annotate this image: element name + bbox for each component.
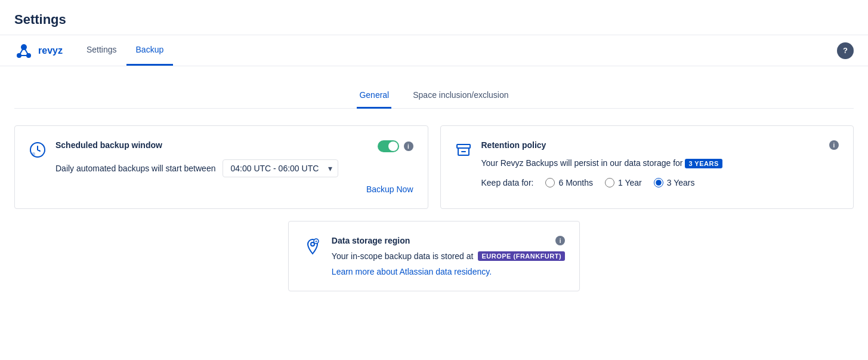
storage-region-badge: EUROPE (FRANKFURT): [478, 251, 565, 261]
storage-title-row: Data storage region i: [332, 236, 565, 245]
option-1year[interactable]: 1 Year: [605, 178, 642, 187]
time-select[interactable]: 04:00 UTC - 06:00 UTC 06:00 UTC - 08:00 …: [223, 159, 338, 177]
backup-window-controls: i: [378, 140, 413, 152]
radio-6months[interactable]: [545, 178, 555, 187]
backup-toggle[interactable]: [378, 140, 399, 152]
tab-general[interactable]: General: [357, 85, 391, 109]
logo-text: revyz: [38, 45, 63, 56]
storage-description: Your in-scope backup data is stored at E…: [332, 251, 565, 261]
nav-settings[interactable]: Settings: [77, 35, 126, 66]
svg-point-11: [311, 242, 314, 246]
learn-more-link[interactable]: Learn more about Atlassian data residenc…: [332, 267, 492, 276]
main-content: General Space inclusion/exclusion Schedu…: [0, 66, 868, 310]
schedule-row: Daily automated backups will start betwe…: [55, 159, 413, 177]
option-1year-label: 1 Year: [618, 178, 642, 187]
storage-body: Data storage region i Your in-scope back…: [332, 236, 565, 276]
backup-window-body: Scheduled backup window i Daily automate…: [55, 140, 413, 194]
logo-area[interactable]: revyz: [14, 41, 63, 60]
retention-title: Retention policy: [481, 140, 546, 150]
location-pin-icon: +: [303, 237, 322, 276]
retention-description-prefix: Your Revyz Backups will persist in our d…: [481, 158, 683, 168]
backup-now-link[interactable]: Backup Now: [55, 184, 413, 194]
storage-card-inner: + Data storage region i Your in-scope ba…: [303, 236, 565, 276]
retention-badge: 3 YEARS: [685, 159, 722, 168]
backup-window-info-icon[interactable]: i: [404, 141, 413, 151]
option-6months[interactable]: 6 Months: [545, 178, 593, 187]
data-storage-card: + Data storage region i Your in-scope ba…: [288, 221, 580, 291]
data-storage-wrapper: + Data storage region i Your in-scope ba…: [14, 221, 854, 291]
svg-text:+: +: [315, 239, 317, 244]
svg-point-7: [32, 152, 35, 156]
retention-title-row: Retention policy i: [481, 140, 839, 150]
option-3years-label: 3 Years: [667, 178, 695, 187]
main-tabs: General Space inclusion/exclusion: [14, 85, 854, 109]
retention-radio-group: Keep data for: 6 Months 1 Year 3 Years: [481, 178, 839, 187]
nav-links: Settings Backup: [77, 35, 173, 66]
time-select-wrapper: 04:00 UTC - 06:00 UTC 06:00 UTC - 08:00 …: [223, 159, 338, 177]
option-6months-label: 6 Months: [558, 178, 593, 187]
page-title: Settings: [0, 0, 868, 35]
clock-icon: [29, 141, 46, 160]
option-3years[interactable]: 3 Years: [654, 178, 695, 187]
backup-window-title-row: Scheduled backup window i: [55, 140, 413, 152]
retention-policy-body: Retention policy i Your Revyz Backups wi…: [481, 140, 839, 187]
top-nav: revyz Settings Backup ?: [0, 35, 868, 66]
radio-3years[interactable]: [654, 178, 663, 187]
tab-space-inclusion[interactable]: Space inclusion/exclusion: [410, 85, 511, 109]
storage-info-icon[interactable]: i: [555, 236, 565, 245]
help-button[interactable]: ?: [837, 42, 854, 59]
nav-backup[interactable]: Backup: [126, 35, 174, 66]
backup-window-header: Scheduled backup window i Daily automate…: [29, 140, 413, 194]
retention-policy-card: Retention policy i Your Revyz Backups wi…: [440, 125, 854, 209]
revyz-logo-icon: [14, 41, 33, 60]
retention-description: Your Revyz Backups will persist in our d…: [481, 157, 839, 170]
retention-info-icon[interactable]: i: [829, 140, 839, 150]
keep-data-label: Keep data for:: [481, 178, 534, 187]
archive-icon: [455, 141, 472, 160]
radio-1year[interactable]: [605, 178, 614, 187]
backup-window-title: Scheduled backup window: [55, 140, 162, 150]
backup-window-card: Scheduled backup window i Daily automate…: [14, 125, 428, 209]
schedule-description: Daily automated backups will start betwe…: [55, 164, 215, 173]
storage-title: Data storage region: [332, 236, 410, 245]
storage-description-prefix: Your in-scope backup data is stored at: [332, 251, 474, 261]
retention-policy-header: Retention policy i Your Revyz Backups wi…: [455, 140, 839, 187]
cards-row: Scheduled backup window i Daily automate…: [14, 125, 854, 209]
